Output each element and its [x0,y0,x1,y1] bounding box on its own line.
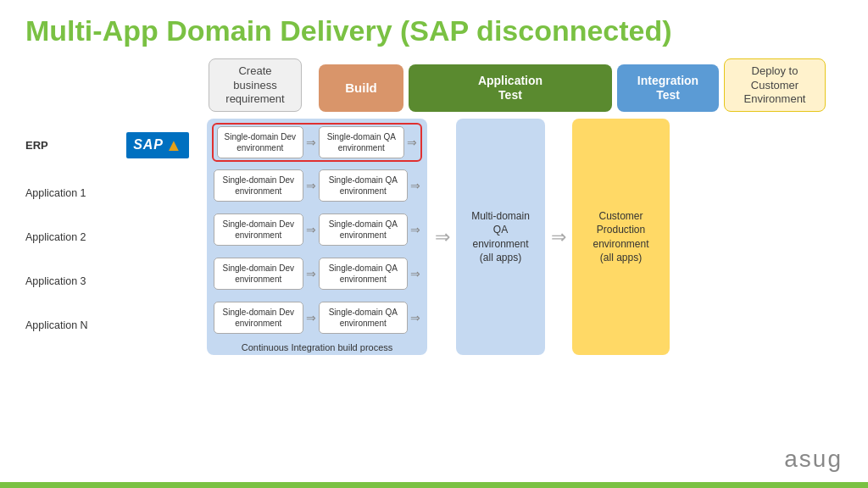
erp-ci-row: Single-domain Devenvironment ⇒ Single-do… [212,123,422,162]
qa-out-arrow-appN: ⇒ [410,311,420,324]
phase-inttest: Integration Test [617,64,719,112]
app3-ci-row: Single-domain Devenvironment ⇒ Single-do… [212,252,422,296]
app1-label: Application 1 [25,171,117,215]
ci-to-qa-arrow: ⇒ [432,119,453,355]
app2-qa-env: Single-domain QAenvironment [319,214,409,246]
dev-to-qa-arrow-app1: ⇒ [306,179,316,192]
app2-ci-row: Single-domain Devenvironment ⇒ Single-do… [212,208,422,252]
dev-to-qa-arrow-erp: ⇒ [306,136,316,149]
qa-out-arrow-erp: ⇒ [407,136,417,149]
multi-qa-text: Multi-domain QA environment (all apps) [471,209,530,264]
phase-apptest: Application Test [409,64,612,112]
app2-dev-env: Single-domain Devenvironment [214,214,303,246]
phase-deploy: Deploy to Customer Environment [724,58,826,112]
erp-dev-env: Single-domain Devenvironment [217,126,303,158]
app1-dev-env: Single-domain Devenvironment [214,169,303,202]
app3-label: Application 3 [25,259,117,303]
ci-label: Continuous Integration build process [207,342,427,352]
build-column: SAP ▲ [117,119,202,355]
sap-logo: SAP ▲ [125,130,191,160]
big-arrow-icon: ⇒ [435,226,450,248]
appN-qa-env: Single-domain QAenvironment [319,302,409,334]
qa-to-prod-arrow: ⇒ [548,119,569,355]
app3-qa-env: Single-domain QAenvironment [319,258,409,290]
app1-ci-row: Single-domain Devenvironment ⇒ Single-do… [212,164,422,208]
erp-qa-env: Single-domain QAenvironment [319,126,405,158]
qa-to-prod-arrow-icon: ⇒ [551,226,566,248]
customer-prod-text: Customer Production environment (all app… [593,209,648,264]
phase-header-row: Create business requirement Build Applic… [25,58,843,112]
slide: Multi-App Domain Delivery (SAP disconnec… [0,0,868,488]
sap-icon: ▲ [165,136,182,155]
qa-out-arrow-app2: ⇒ [410,223,420,236]
asug-text: asug [784,446,843,472]
erp-label: ERP [25,119,117,171]
qa-out-arrow-app1: ⇒ [410,179,420,192]
asug-logo: asug [784,446,843,473]
dev-to-qa-arrow-app2: ⇒ [306,223,316,236]
app3-dev-env: Single-domain Devenvironment [214,258,303,290]
appN-dev-env: Single-domain Devenvironment [214,302,303,334]
appN-ci-row: Single-domain Devenvironment ⇒ Single-do… [212,296,422,340]
appN-label: Application N [25,303,117,347]
page-title: Multi-App Domain Delivery (SAP disconnec… [25,15,843,47]
qa-out-arrow-app3: ⇒ [410,267,420,280]
multi-qa-box: Multi-domain QA environment (all apps) [456,119,545,355]
customer-prod-box: Customer Production environment (all app… [572,119,670,355]
row-labels: ERP Application 1 Application 2 Applicat… [25,119,117,355]
app1-qa-env: Single-domain QAenvironment [319,169,409,202]
phase-build: Build [319,64,403,112]
dev-to-qa-arrow-appN: ⇒ [306,311,316,324]
ci-area: Single-domain Devenvironment ⇒ Single-do… [207,119,427,355]
phase-create: Create business requirement [209,58,302,112]
app2-label: Application 2 [25,215,117,259]
sap-text: SAP [133,137,164,152]
dev-to-qa-arrow-app3: ⇒ [306,267,316,280]
content-area: ERP Application 1 Application 2 Applicat… [25,119,843,355]
